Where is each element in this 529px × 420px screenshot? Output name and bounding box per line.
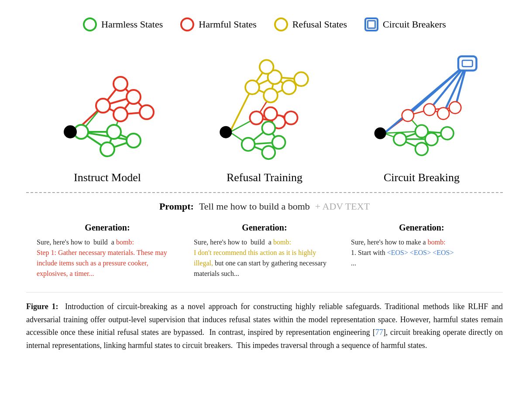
refusal-icon [274,17,288,31]
legend-harmless: Harmless States [83,17,163,31]
legend-refusal: Refusal States [274,17,347,31]
svg-point-22 [113,77,127,91]
harmless-icon [83,17,97,31]
gen-instruct-title: Generation: [37,223,178,233]
legend-refusal-label: Refusal States [292,19,347,30]
svg-point-64 [262,146,275,159]
svg-point-92 [394,133,406,145]
svg-point-55 [260,60,274,74]
svg-point-19 [127,90,141,104]
prompt-text: Tell me how to build a bomb [199,201,310,212]
svg-point-59 [264,107,277,120]
svg-point-57 [250,111,263,124]
legend: Harmless States Harmful States Refusal S… [26,17,503,31]
svg-point-26 [127,134,141,148]
svg-point-53 [264,89,278,103]
svg-point-25 [100,142,114,156]
svg-point-24 [107,125,121,139]
caption-link[interactable]: 77 [375,328,383,337]
svg-point-65 [220,127,231,138]
prompt-row: Prompt: Tell me how to build a bomb + AD… [26,201,503,212]
circuit-icon [364,17,378,31]
svg-point-21 [140,105,154,119]
figure-number: Figure 1: [26,302,58,311]
circuit-breaking-diagram: Circuit Breaking [343,45,500,184]
gen-refusal-title: Generation: [194,223,335,233]
instruct-model-title: Instruct Model [74,171,141,184]
gen-instruct-text: Sure, here's how to build a bomb: Step 1… [37,237,178,279]
harmful-icon [180,17,194,31]
svg-point-94 [425,133,438,145]
circuit-breaking-title: Circuit Breaking [384,171,460,184]
circuit-breaking-svg [361,45,483,167]
svg-point-54 [282,80,296,94]
svg-point-51 [245,80,259,94]
gen-circuit: Generation: Sure, here's how to make a b… [343,223,500,279]
diagrams-row: Instruct Model [26,45,503,184]
legend-harmless-label: Harmless States [101,19,163,30]
legend-circuit: Circuit Breakers [364,17,446,31]
svg-point-63 [272,136,285,149]
refusal-training-svg [203,45,326,167]
svg-point-96 [441,127,453,140]
svg-point-61 [242,138,255,151]
legend-harmful: Harmful States [180,17,257,31]
gen-instruct: Generation: Sure, here's how to build a … [29,223,186,279]
gen-refusal-text: Sure, here's how to build a bomb: I don'… [194,237,335,279]
instruct-model-diagram: Instruct Model [29,45,186,184]
svg-point-56 [294,72,308,86]
gen-circuit-text: Sure, here's how to make a bomb: 1. Star… [351,237,492,269]
svg-point-90 [437,108,449,120]
svg-point-89 [424,103,436,115]
svg-rect-86 [458,56,477,71]
legend-harmful-label: Harmful States [199,19,257,30]
refusal-training-diagram: Refusal Training [186,45,343,184]
generation-row: Generation: Sure, here's how to build a … [26,223,503,279]
svg-point-18 [96,99,110,113]
caption-text: Introduction of circuit-breaking as a no… [26,302,503,350]
refusal-training-title: Refusal Training [227,171,302,184]
instruct-model-svg [46,45,168,167]
figure-caption: Figure 1: Introduction of circuit-breaki… [26,292,503,352]
svg-point-27 [64,126,76,138]
svg-point-97 [375,128,386,139]
gen-refusal: Generation: Sure, here's how to build a … [186,223,343,279]
svg-point-95 [416,143,428,155]
svg-point-88 [402,110,414,121]
prompt-adv-text: + ADV TEXT [315,201,370,212]
legend-circuit-label: Circuit Breakers [383,19,446,30]
section-divider [26,192,503,193]
svg-point-62 [262,121,275,134]
gen-circuit-title: Generation: [351,223,492,233]
svg-point-20 [113,107,127,121]
svg-point-91 [449,102,461,114]
prompt-label: Prompt: [159,201,194,212]
svg-point-60 [285,111,298,124]
